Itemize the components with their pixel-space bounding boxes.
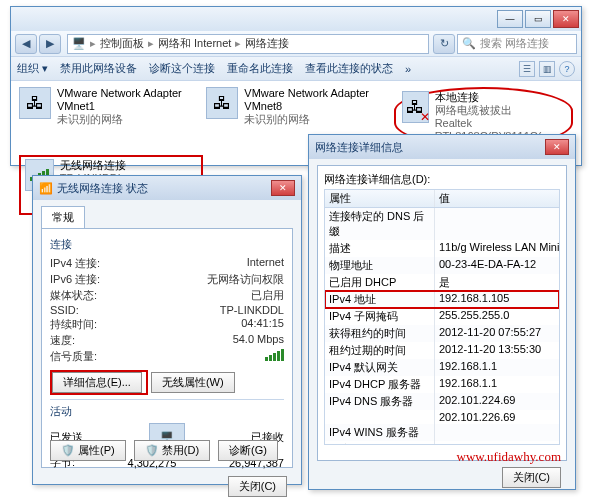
forward-button[interactable]: ▶ (39, 34, 61, 54)
prop-name: 获得租约的时间 (325, 325, 435, 342)
table-row[interactable]: 描述11b/g Wireless LAN Mini PCI Ex (325, 240, 559, 257)
close-button[interactable]: ✕ (545, 139, 569, 155)
prop-value: 2012-11-20 07:55:27 (435, 325, 559, 342)
value: TP-LINKDDL (220, 304, 284, 316)
window-controls: — ▭ ✕ (497, 10, 581, 28)
prop-name: 已启用 DHCP (325, 274, 435, 291)
table-row[interactable]: 租约过期的时间2012-11-20 13:55:30 (325, 342, 559, 359)
crumb[interactable]: 控制面板 (100, 36, 144, 51)
table-row[interactable]: IPv4 地址192.168.1.105 (325, 291, 559, 308)
dialog-titlebar: 📶 无线网络连接 状态 ✕ (33, 176, 301, 200)
computer-icon: 🖥️ (72, 37, 86, 51)
details-label: 网络连接详细信息(D): (324, 172, 560, 187)
organize-menu[interactable]: 组织 ▾ (17, 61, 48, 76)
adapter-vmnet1[interactable]: 🖧 VMware Network Adapter VMnet1 未识别的网络 (19, 87, 198, 147)
crumb[interactable]: 网络和 Internet (158, 36, 231, 51)
adapter-status: 未识别的网络 (57, 113, 182, 126)
disable-button[interactable]: 🛡️ 禁用(D) (134, 440, 210, 461)
label: 持续时间: (50, 317, 97, 332)
prop-name: IPv4 WINS 服务器 (325, 424, 435, 441)
overflow[interactable]: » (405, 63, 411, 75)
prop-name (325, 410, 435, 424)
network-icon: 🖧 (19, 87, 51, 119)
prop-name: IPv4 默认网关 (325, 359, 435, 376)
preview-icon[interactable]: ▥ (539, 61, 555, 77)
close-button[interactable]: ✕ (271, 180, 295, 196)
table-row[interactable]: IPv4 默认网关192.168.1.1 (325, 359, 559, 376)
view-status[interactable]: 查看此连接的状态 (305, 61, 393, 76)
tab-row: 常规 (33, 200, 301, 228)
table-row[interactable]: 已启用 DHCP是 (325, 274, 559, 291)
prop-name: IPv4 DHCP 服务器 (325, 376, 435, 393)
table-row[interactable]: 物理地址00-23-4E-DA-FA-12 (325, 257, 559, 274)
details-body: 网络连接详细信息(D): 属性 值 连接特定的 DNS 后缀描述11b/g Wi… (317, 165, 567, 461)
table-row[interactable]: IPv4 DNS 服务器202.101.224.69 (325, 393, 559, 410)
section-activity: 活动 (50, 404, 284, 419)
prop-value (435, 424, 559, 441)
titlebar: — ▭ ✕ (11, 7, 581, 31)
diagnose-button[interactable]: 诊断(G) (218, 440, 278, 461)
back-button[interactable]: ◀ (15, 34, 37, 54)
table-row[interactable]: IPv4 子网掩码255.255.255.0 (325, 308, 559, 325)
value: 无网络访问权限 (207, 272, 284, 287)
search-placeholder: 搜索 网络连接 (480, 36, 549, 51)
adapter-name: VMware Network Adapter (57, 87, 182, 100)
disable-device[interactable]: 禁用此网络设备 (60, 61, 137, 76)
crumb[interactable]: 网络连接 (245, 36, 289, 51)
tab-body: 连接 IPv4 连接:Internet IPv6 连接:无网络访问权限 媒体状态… (41, 228, 293, 468)
diagnose-connection[interactable]: 诊断这个连接 (149, 61, 215, 76)
property-grid[interactable]: 属性 值 连接特定的 DNS 后缀描述11b/g Wireless LAN Mi… (324, 189, 560, 445)
close-dialog-button[interactable]: 关闭(C) (502, 467, 561, 488)
label: IPv4 连接: (50, 256, 100, 271)
prop-name: 已启用 NetBIOS ove... (325, 441, 435, 445)
maximize-button[interactable]: ▭ (525, 10, 551, 28)
value: 04:41:15 (241, 317, 284, 332)
adapter-name: 无线网络连接 (60, 159, 197, 172)
connection-details-dialog: 网络连接详细信息 ✕ 网络连接详细信息(D): 属性 值 连接特定的 DNS 后… (308, 134, 576, 490)
label: SSID: (50, 304, 79, 316)
close-dialog-button[interactable]: 关闭(C) (228, 476, 287, 497)
breadcrumb[interactable]: 🖥️ ▸ 控制面板 ▸ 网络和 Internet ▸ 网络连接 (67, 34, 429, 54)
prop-value: 192.168.1.1 (435, 376, 559, 393)
prop-value: 11b/g Wireless LAN Mini PCI Ex (435, 240, 559, 257)
prop-name: 租约过期的时间 (325, 342, 435, 359)
table-row[interactable]: 202.101.226.69 (325, 410, 559, 424)
prop-name: 连接特定的 DNS 后缀 (325, 208, 435, 240)
table-row[interactable]: IPv4 DHCP 服务器192.168.1.1 (325, 376, 559, 393)
prop-value: 192.168.1.1 (435, 359, 559, 376)
minimize-button[interactable]: — (497, 10, 523, 28)
wireless-props-button[interactable]: 无线属性(W) (151, 372, 235, 393)
search-icon: 🔍 (462, 37, 476, 50)
properties-button[interactable]: 🛡️ 属性(P) (50, 440, 126, 461)
table-row[interactable]: IPv4 WINS 服务器 (325, 424, 559, 441)
help-icon[interactable]: ? (559, 61, 575, 77)
dialog-title: 网络连接详细信息 (315, 140, 403, 155)
prop-name: 描述 (325, 240, 435, 257)
prop-value: 是 (435, 441, 559, 445)
refresh-button[interactable]: ↻ (433, 34, 455, 54)
view-icon[interactable]: ☰ (519, 61, 535, 77)
prop-value: 是 (435, 274, 559, 291)
table-row[interactable]: 已启用 NetBIOS ove...是 (325, 441, 559, 445)
label: IPv6 连接: (50, 272, 100, 287)
prop-name: IPv4 子网掩码 (325, 308, 435, 325)
network-icon: 🖧✕ (402, 91, 429, 123)
close-button[interactable]: ✕ (553, 10, 579, 28)
toolbar: 组织 ▾ 禁用此网络设备 诊断这个连接 重命名此连接 查看此连接的状态 » ☰ … (11, 57, 581, 81)
adapter-status: 未识别的网络 (244, 113, 369, 126)
prop-value: 255.255.255.0 (435, 308, 559, 325)
details-button[interactable]: 详细信息(E)... (52, 372, 142, 393)
table-row[interactable]: 连接特定的 DNS 后缀 (325, 208, 559, 240)
search-input[interactable]: 🔍 搜索 网络连接 (457, 34, 577, 54)
label: 媒体状态: (50, 288, 97, 303)
prop-value: 2012-11-20 13:55:30 (435, 342, 559, 359)
shield-icon: 🛡️ (145, 444, 159, 456)
adapter-name: 本地连接 (435, 91, 565, 104)
tab-general[interactable]: 常规 (41, 206, 85, 228)
rename-connection[interactable]: 重命名此连接 (227, 61, 293, 76)
section-connection: 连接 (50, 237, 284, 252)
watermark: www.ufidawhy.com (457, 449, 561, 465)
table-row[interactable]: 获得租约的时间2012-11-20 07:55:27 (325, 325, 559, 342)
prop-value (435, 208, 559, 240)
dialog-title: 无线网络连接 状态 (57, 181, 148, 196)
